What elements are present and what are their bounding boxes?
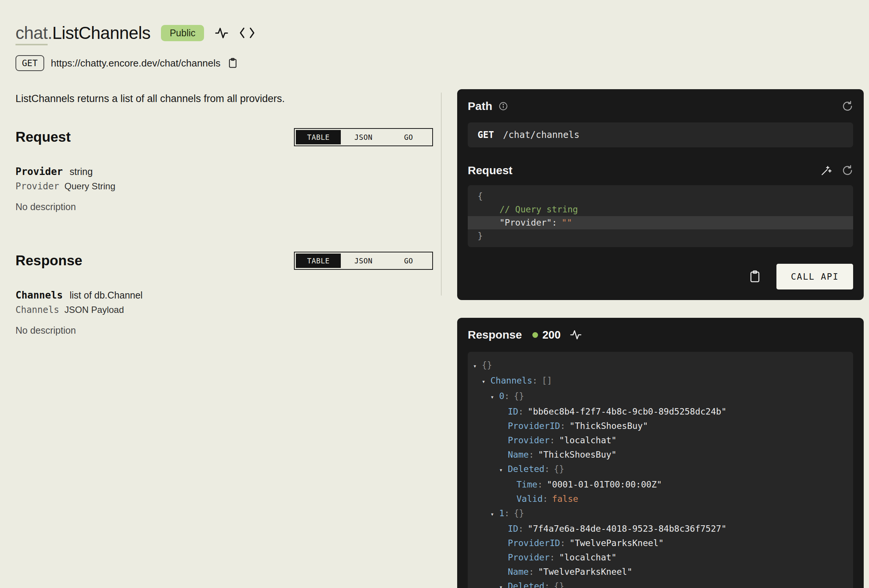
tree-line: ▾Deleted:{} bbox=[473, 462, 848, 477]
tab-go[interactable]: GO bbox=[386, 254, 431, 268]
field-param-name: Channels bbox=[15, 305, 59, 315]
info-icon[interactable] bbox=[498, 101, 508, 111]
request-body-editor[interactable]: { // Query string "Provider":"" } bbox=[468, 185, 853, 247]
copy-request-clipboard-icon[interactable] bbox=[748, 270, 761, 283]
tree-value: "TwelveParksKneel" bbox=[538, 567, 632, 577]
tree-key: Provider bbox=[508, 435, 550, 445]
endpoint-title-row: chat.ListChannels Public bbox=[15, 23, 433, 43]
code-line-open: { bbox=[468, 190, 853, 203]
collapse-toggle-icon[interactable]: ▾ bbox=[499, 580, 508, 588]
api-explorer-page: chat.ListChannels Public GET https://cha… bbox=[0, 0, 869, 588]
request-panel-title: Request bbox=[468, 164, 512, 177]
endpoint-url: https://chatty.encore.dev/chat/channels bbox=[51, 57, 221, 69]
page-title: chat.ListChannels bbox=[15, 23, 150, 43]
response-panel-title: Response bbox=[468, 328, 522, 341]
collapse-toggle-icon[interactable]: ▾ bbox=[499, 463, 508, 477]
field-name: Channels bbox=[15, 289, 63, 301]
response-docs-section: Response TABLE JSON GO Channels list of … bbox=[15, 252, 433, 336]
tree-colon: : bbox=[544, 581, 550, 588]
tree-value: {} bbox=[554, 581, 564, 588]
service-name-link[interactable]: chat bbox=[15, 23, 48, 45]
code-line-close: } bbox=[468, 229, 853, 243]
column-divider bbox=[441, 93, 442, 296]
collapse-toggle-icon[interactable]: ▾ bbox=[490, 390, 499, 404]
tree-value: {} bbox=[482, 360, 492, 370]
tree-key: Valid bbox=[516, 494, 543, 504]
field-param-name: Provider bbox=[15, 181, 59, 192]
reset-request-icon[interactable] bbox=[842, 165, 853, 176]
tree-line: Valid:false bbox=[473, 492, 848, 506]
tree-key: ID bbox=[508, 407, 518, 416]
tree-line: Provider:"localchat" bbox=[473, 433, 848, 447]
tree-line: ▾1:{} bbox=[473, 506, 848, 521]
tab-json[interactable]: JSON bbox=[341, 130, 386, 144]
tree-line: ProviderID:"TwelveParksKneel" bbox=[473, 536, 848, 550]
tree-value: [] bbox=[542, 376, 552, 385]
status-code: 200 bbox=[542, 329, 560, 341]
tree-line: ▾Deleted:{} bbox=[473, 579, 848, 588]
response-trace-pulse-icon[interactable] bbox=[570, 329, 582, 341]
tree-colon: : bbox=[504, 391, 510, 401]
field-name: Provider bbox=[15, 166, 63, 177]
code-line-provider[interactable]: "Provider":"" bbox=[468, 216, 853, 229]
request-docs-section: Request TABLE JSON GO Provider string Pr… bbox=[15, 128, 433, 212]
tree-value: "ThickShoesBuy" bbox=[569, 421, 648, 431]
tree-colon: : bbox=[560, 538, 565, 548]
trace-pulse-icon[interactable] bbox=[215, 26, 229, 40]
status-success-dot bbox=[532, 332, 538, 338]
response-field: Channels list of db.Channel Channels JSO… bbox=[15, 289, 433, 336]
api-call-column: Path GET /chat/channels Request bbox=[457, 89, 864, 588]
tree-line: ▾0:{} bbox=[473, 389, 848, 404]
response-panel: Response 200 ▾{}▾Channels:[]▾0:{}ID:"bb6… bbox=[457, 318, 864, 588]
tree-value: {} bbox=[514, 391, 524, 401]
request-path-box: GET /chat/channels bbox=[468, 122, 853, 147]
tree-value: {} bbox=[514, 508, 524, 518]
collapse-toggle-icon[interactable]: ▾ bbox=[482, 374, 490, 389]
tree-key: Deleted bbox=[508, 581, 544, 588]
tree-colon: : bbox=[544, 464, 550, 474]
tree-value: "7f4a7e6a-84de-4018-9523-84b8c36f7527" bbox=[528, 524, 727, 534]
field-description: No description bbox=[15, 201, 433, 212]
tab-json[interactable]: JSON bbox=[341, 254, 386, 268]
tree-line: Time:"0001-01-01T00:00:00Z" bbox=[473, 477, 848, 492]
tree-colon: : bbox=[529, 450, 534, 460]
path-method: GET bbox=[478, 130, 494, 140]
code-icon[interactable] bbox=[239, 27, 255, 39]
endpoint-description: ListChannels returns a list of all chann… bbox=[15, 93, 433, 105]
autofill-wand-icon[interactable] bbox=[821, 165, 832, 176]
field-param-kind: JSON Payload bbox=[65, 305, 124, 315]
tree-value: "localchat" bbox=[559, 552, 617, 562]
tree-colon: : bbox=[543, 494, 548, 504]
copy-url-clipboard-icon[interactable] bbox=[227, 57, 238, 69]
title-separator: . bbox=[48, 23, 52, 43]
field-description: No description bbox=[15, 325, 433, 336]
path-panel-title: Path bbox=[468, 100, 492, 113]
response-view-tabs: TABLE JSON GO bbox=[294, 252, 433, 270]
field-param-kind: Query String bbox=[65, 181, 116, 192]
tree-colon: : bbox=[518, 407, 524, 416]
collapse-toggle-icon[interactable]: ▾ bbox=[473, 359, 482, 373]
tree-value: "TwelveParksKneel" bbox=[569, 538, 663, 548]
tree-key: ID bbox=[508, 524, 518, 534]
tree-key: 0 bbox=[499, 391, 504, 401]
path-value: /chat/channels bbox=[503, 130, 579, 140]
collapse-toggle-icon[interactable]: ▾ bbox=[490, 507, 499, 521]
tree-colon: : bbox=[532, 376, 538, 385]
tree-colon: : bbox=[560, 421, 565, 431]
tree-colon: : bbox=[529, 567, 534, 577]
endpoint-url-row: GET https://chatty.encore.dev/chat/chann… bbox=[15, 55, 433, 71]
response-json-tree[interactable]: ▾{}▾Channels:[]▾0:{}ID:"bb6ec8b4-f2f7-4b… bbox=[468, 352, 853, 588]
tree-value: "0001-01-01T00:00:00Z" bbox=[547, 480, 662, 489]
tree-colon: : bbox=[550, 552, 555, 562]
tab-table[interactable]: TABLE bbox=[296, 254, 341, 268]
tab-go[interactable]: GO bbox=[386, 130, 431, 144]
tree-line: ▾{} bbox=[473, 358, 848, 373]
call-api-button[interactable]: CALL API bbox=[776, 264, 853, 289]
tab-table[interactable]: TABLE bbox=[296, 130, 341, 144]
visibility-badge: Public bbox=[161, 25, 204, 41]
tree-key: Name bbox=[508, 567, 529, 577]
request-section-title: Request bbox=[15, 129, 71, 145]
tree-key: Time bbox=[516, 480, 537, 489]
tree-key: ProviderID bbox=[508, 421, 560, 431]
reset-path-icon[interactable] bbox=[842, 101, 853, 112]
